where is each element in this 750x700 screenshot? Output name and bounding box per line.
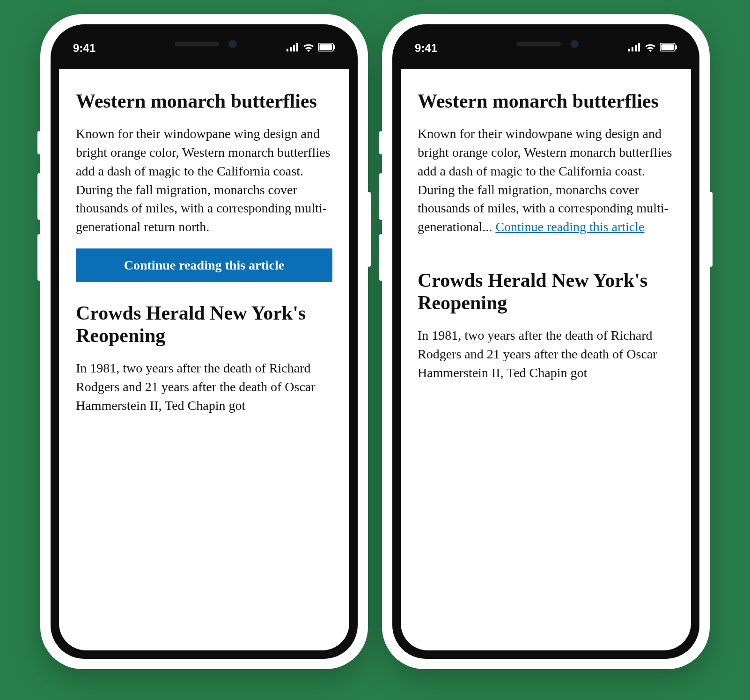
- continue-reading-button[interactable]: Continue reading this article: [76, 248, 332, 282]
- svg-rect-0: [287, 49, 288, 51]
- svg-rect-9: [635, 45, 637, 51]
- notch: [134, 33, 274, 55]
- svg-rect-2: [293, 45, 295, 51]
- screen-content[interactable]: Western monarch butterflies Known for th…: [401, 69, 691, 650]
- article-1-title: Western monarch butterflies: [76, 90, 332, 112]
- phone-mockup-right: 9:41 Western m: [382, 14, 710, 669]
- volume-down-button: [37, 234, 42, 281]
- status-time: 9:41: [415, 42, 437, 55]
- svg-rect-5: [320, 44, 332, 51]
- volume-down-button: [379, 234, 384, 281]
- svg-rect-6: [334, 45, 335, 49]
- wifi-icon: [302, 43, 315, 54]
- screen-content[interactable]: Western monarch butterflies Known for th…: [59, 69, 349, 650]
- battery-icon: [318, 43, 335, 53]
- article-1-body: Known for their windowpane wing design a…: [76, 124, 332, 236]
- article-1-title: Western monarch butterflies: [418, 90, 674, 112]
- front-camera: [228, 40, 237, 48]
- silence-switch: [37, 131, 42, 154]
- article-1-body-text: Known for their windowpane wing design a…: [418, 126, 672, 234]
- article-1-body: Known for their windowpane wing design a…: [418, 124, 674, 236]
- article-2-body: In 1981, two years after the death of Ri…: [76, 359, 332, 415]
- speaker-grille: [516, 42, 561, 46]
- svg-rect-13: [676, 45, 677, 49]
- svg-rect-3: [296, 43, 298, 51]
- svg-rect-1: [290, 47, 292, 51]
- battery-icon: [660, 43, 677, 53]
- cellular-signal-icon: [628, 43, 640, 53]
- article-2-title: Crowds Herald New York's Reopening: [418, 269, 674, 314]
- front-camera: [570, 40, 579, 48]
- article-2-title: Crowds Herald New York's Reopening: [76, 302, 332, 347]
- svg-rect-7: [628, 49, 630, 51]
- volume-up-button: [379, 173, 384, 220]
- svg-rect-12: [662, 44, 674, 51]
- power-button: [366, 192, 371, 267]
- article-2-body: In 1981, two years after the death of Ri…: [418, 326, 674, 382]
- svg-rect-8: [632, 47, 633, 51]
- wifi-icon: [644, 43, 656, 54]
- volume-up-button: [37, 173, 42, 220]
- cellular-signal-icon: [287, 43, 299, 53]
- continue-reading-link[interactable]: Continue reading this article: [495, 219, 644, 234]
- silence-switch: [379, 131, 384, 154]
- power-button: [708, 192, 713, 267]
- phone-mockup-left: 9:41 Western m: [40, 14, 368, 669]
- speaker-grille: [175, 42, 219, 46]
- notch: [476, 33, 616, 55]
- svg-rect-10: [638, 43, 640, 51]
- status-time: 9:41: [73, 42, 96, 55]
